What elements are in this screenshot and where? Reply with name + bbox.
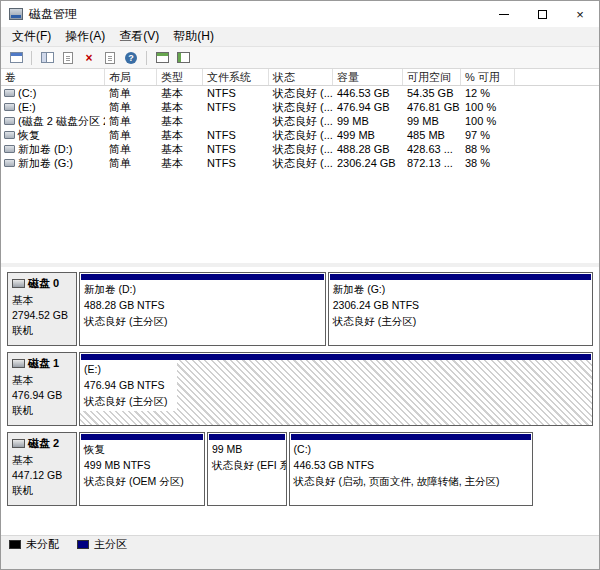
- col-header-layout[interactable]: 布局: [105, 69, 157, 85]
- table-row[interactable]: 新加卷 (G:) 简单 基本 NTFS 状态良好 (... 2306.24 GB…: [1, 156, 599, 170]
- col-header-free[interactable]: 可用空间: [403, 69, 461, 85]
- cell-capacity: 488.28 GB: [333, 143, 403, 155]
- menu-view[interactable]: 查看(V): [112, 26, 166, 47]
- volume-icon: [4, 159, 15, 167]
- col-header-type[interactable]: 类型: [157, 69, 203, 85]
- table-row[interactable]: (E:) 简单 基本 NTFS 状态良好 (... 476.94 GB 476.…: [1, 100, 599, 114]
- col-header-pct-free[interactable]: % 可用: [461, 69, 515, 85]
- partition-recovery[interactable]: 恢复 499 MB NTFS 状态良好 (OEM 分区): [79, 432, 205, 506]
- graph-view-icon: [177, 52, 190, 63]
- properties-button[interactable]: [101, 49, 119, 67]
- partition-efi[interactable]: 99 MB 状态良好 (EFI 系统分区): [207, 432, 287, 506]
- disk-status: 联机: [12, 483, 72, 498]
- disk-type: 基本: [12, 453, 72, 468]
- partition-size: 446.53 GB NTFS: [294, 458, 528, 474]
- disk-icon: [12, 359, 25, 368]
- menu-action[interactable]: 操作(A): [58, 26, 112, 47]
- cell-free: 428.63 ...: [403, 143, 461, 155]
- cell-type: 基本: [157, 86, 203, 101]
- cell-pct-free: 88 %: [461, 143, 515, 155]
- cell-volume: 新加卷 (G:): [1, 156, 105, 171]
- partition-e-selected[interactable]: (E:) 476.94 GB NTFS 状态良好 (主分区): [79, 352, 593, 426]
- cell-volume: 新加卷 (D:): [1, 142, 105, 157]
- legend-label: 未分配: [26, 537, 59, 552]
- partitions-area: 新加卷 (D:) 488.28 GB NTFS 状态良好 (主分区) 新加卷 (…: [79, 272, 593, 346]
- cell-layout: 简单: [105, 142, 157, 157]
- disk-header[interactable]: 磁盘 1 基本 476.94 GB 联机: [7, 352, 77, 426]
- minimize-button[interactable]: [485, 1, 523, 27]
- cell-capacity: 499 MB: [333, 129, 403, 141]
- disk-size: 476.94 GB: [12, 388, 72, 403]
- list-view-button[interactable]: [153, 49, 171, 67]
- disk-icon: [12, 439, 25, 448]
- list-view-icon: [156, 52, 169, 63]
- col-header-capacity[interactable]: 容量: [333, 69, 403, 85]
- partition-size: 2306.24 GB NTFS: [333, 298, 588, 314]
- partition-c[interactable]: (C:) 446.53 GB NTFS 状态良好 (启动, 页面文件, 故障转储…: [289, 432, 533, 506]
- cell-filesystem: NTFS: [203, 143, 269, 155]
- document-icon: [63, 52, 73, 64]
- volume-icon: [4, 89, 15, 97]
- partition-d[interactable]: 新加卷 (D:) 488.28 GB NTFS 状态良好 (主分区): [79, 272, 326, 346]
- table-row[interactable]: 恢复 简单 基本 NTFS 状态良好 (... 499 MB 485 MB 97…: [1, 128, 599, 142]
- maximize-button[interactable]: [523, 1, 561, 27]
- legend-item-unallocated: 未分配: [9, 537, 59, 552]
- menubar: 文件(F) 操作(A) 查看(V) 帮助(H): [1, 27, 599, 47]
- partition-status: 状态良好 (主分区): [84, 314, 321, 330]
- volume-icon: [4, 131, 15, 139]
- window-title: 磁盘管理: [29, 6, 77, 23]
- partition-g[interactable]: 新加卷 (G:) 2306.24 GB NTFS 状态良好 (主分区): [328, 272, 593, 346]
- graphical-view: 磁盘 0 基本 2794.52 GB 联机 新加卷 (D:) 488.28 GB…: [1, 267, 599, 535]
- cell-layout: 简单: [105, 128, 157, 143]
- cell-volume: (E:): [1, 101, 105, 113]
- disk-header[interactable]: 磁盘 2 基本 447.12 GB 联机: [7, 432, 77, 506]
- cell-layout: 简单: [105, 100, 157, 115]
- primary-partition-swatch: [77, 540, 89, 549]
- table-row[interactable]: 新加卷 (D:) 简单 基本 NTFS 状态良好 (... 488.28 GB …: [1, 142, 599, 156]
- help-button[interactable]: ?: [122, 49, 140, 67]
- cell-free: 54.35 GB: [403, 87, 461, 99]
- delete-volume-button[interactable]: ×: [80, 49, 98, 67]
- console-tree-button[interactable]: [7, 49, 25, 67]
- disk-size: 2794.52 GB: [12, 308, 72, 323]
- col-header-filesystem[interactable]: 文件系统: [203, 69, 269, 85]
- titlebar[interactable]: 磁盘管理 ×: [1, 1, 599, 27]
- cell-capacity: 446.53 GB: [333, 87, 403, 99]
- volume-icon: [4, 103, 15, 111]
- cell-type: 基本: [157, 114, 203, 129]
- properties-icon: [105, 52, 115, 64]
- partition-name: (E:): [84, 362, 167, 378]
- panes-view-button[interactable]: [38, 49, 56, 67]
- graph-view-button[interactable]: [174, 49, 192, 67]
- menu-help[interactable]: 帮助(H): [166, 26, 221, 47]
- maximize-icon: [538, 10, 547, 19]
- cell-type: 基本: [157, 128, 203, 143]
- partition-name: 恢复: [84, 442, 200, 458]
- partition-status: 状态良好 (启动, 页面文件, 故障转储, 主分区): [294, 474, 528, 490]
- export-list-button[interactable]: [59, 49, 77, 67]
- cell-status: 状态良好 (...: [269, 142, 333, 157]
- menu-file[interactable]: 文件(F): [5, 26, 58, 47]
- table-row[interactable]: (C:) 简单 基本 NTFS 状态良好 (... 446.53 GB 54.3…: [1, 86, 599, 100]
- disk-type: 基本: [12, 293, 72, 308]
- cell-free: 99 MB: [403, 115, 461, 127]
- disk-size: 447.12 GB: [12, 468, 72, 483]
- disk-row-1: 磁盘 1 基本 476.94 GB 联机 (E:) 476.94 GB NTFS…: [7, 352, 593, 426]
- cell-pct-free: 100 %: [461, 101, 515, 113]
- toolbar-separator: [146, 51, 147, 65]
- cell-capacity: 476.94 GB: [333, 101, 403, 113]
- cell-capacity: 2306.24 GB: [333, 157, 403, 169]
- partition-name: 新加卷 (G:): [333, 282, 588, 298]
- delete-icon: ×: [85, 52, 92, 64]
- window-controls: ×: [485, 1, 599, 27]
- table-row[interactable]: (磁盘 2 磁盘分区 2) 简单 基本 状态良好 (... 99 MB 99 M…: [1, 114, 599, 128]
- partitions-area: 恢复 499 MB NTFS 状态良好 (OEM 分区) 99 MB 状态良好 …: [79, 432, 593, 506]
- col-header-status[interactable]: 状态: [269, 69, 333, 85]
- col-header-volume[interactable]: 卷: [1, 69, 105, 85]
- unallocated-swatch: [9, 540, 21, 549]
- disk-header[interactable]: 磁盘 0 基本 2794.52 GB 联机: [7, 272, 77, 346]
- partition-name: (C:): [294, 442, 528, 458]
- cell-layout: 简单: [105, 86, 157, 101]
- close-button[interactable]: ×: [561, 1, 599, 27]
- cell-pct-free: 12 %: [461, 87, 515, 99]
